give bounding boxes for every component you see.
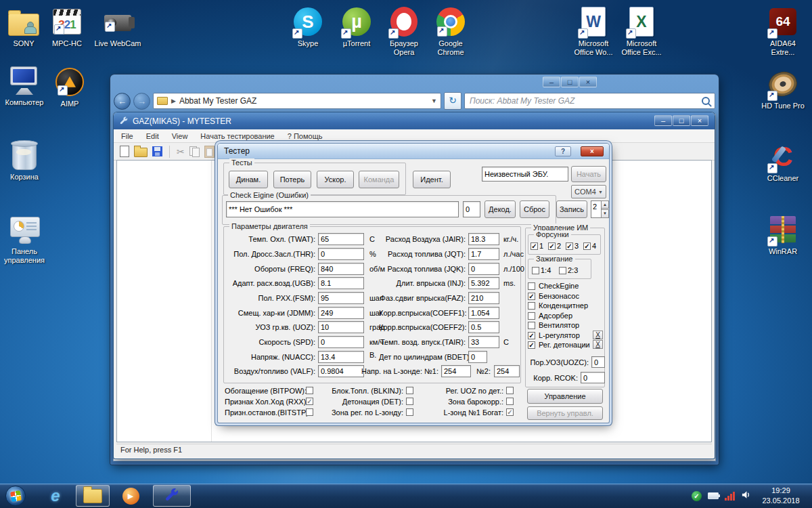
param-field[interactable]: 1.7: [468, 248, 499, 260]
taskbar-wmp-button[interactable]: ▶: [116, 485, 145, 507]
desktop-icon-word[interactable]: Microsoft Office Wo...: [570, 5, 617, 57]
param-field[interactable]: 95: [318, 292, 364, 304]
switch-checkbox[interactable]: [528, 282, 535, 290]
param-field[interactable]: 13.4: [318, 351, 364, 363]
detonation-x-button[interactable]: X: [593, 340, 603, 349]
desktop-icon-excel[interactable]: Microsoft Office Exc...: [618, 5, 665, 57]
param-field[interactable]: 8.1: [318, 277, 364, 289]
dialog-titlebar[interactable]: Тестер ? ×: [218, 144, 609, 159]
reset-button[interactable]: Сброс: [520, 200, 549, 218]
splitter[interactable]: [211, 161, 212, 442]
flag-checkbox[interactable]: [306, 398, 313, 405]
mytester-titlebar[interactable]: GAZ(MIKAS) - MYTESTER ‒ □ ×: [114, 112, 715, 129]
flag-checkbox[interactable]: [406, 387, 413, 394]
flag-checkbox[interactable]: [306, 408, 313, 416]
forward-button[interactable]: →: [133, 93, 150, 110]
copy-icon[interactable]: [189, 146, 200, 157]
taskbar-explorer-button[interactable]: [76, 485, 110, 507]
desktop-icon-hd-tune[interactable]: HD Tune Pro: [759, 68, 807, 110]
network-signal-icon[interactable]: [725, 491, 735, 501]
start-button[interactable]: [5, 486, 26, 506]
speaker-icon[interactable]: [741, 490, 751, 503]
taskbar-clock[interactable]: 19:29 23.05.2018: [754, 486, 808, 506]
komanda-button[interactable]: Команда: [359, 171, 399, 188]
menu-start-testing[interactable]: Начать тестирование: [200, 132, 274, 140]
help-button[interactable]: ?: [555, 146, 571, 156]
battery-icon[interactable]: [708, 492, 719, 499]
ident-button[interactable]: Идент.: [413, 171, 451, 188]
desktop-icon-ccleaner[interactable]: CCleaner: [759, 140, 807, 183]
flag-checkbox[interactable]: [406, 398, 413, 405]
error-message-field[interactable]: *** Нет Ошибок ***: [226, 201, 459, 217]
spinner-up-icon[interactable]: ▲: [601, 200, 609, 209]
switch-checkbox[interactable]: [528, 322, 535, 329]
desktop-icon-sony[interactable]: SONY: [0, 5, 47, 48]
desktop-icon-utorrent[interactable]: µTorrent: [333, 5, 380, 48]
injector-checkbox[interactable]: [566, 242, 573, 250]
maximize-button[interactable]: □: [673, 115, 690, 126]
desktop-icon-mpc-hc[interactable]: 321 MPC-HC: [43, 5, 91, 48]
menu-file[interactable]: File: [121, 132, 133, 140]
flag-checkbox[interactable]: [506, 398, 514, 405]
injector-checkbox[interactable]: [548, 242, 556, 250]
com-port-select[interactable]: COM4▼: [571, 185, 606, 198]
record-count-field[interactable]: 2: [591, 200, 602, 218]
l-regulator-x-button[interactable]: X: [593, 331, 603, 339]
address-bar[interactable]: ▶ Abbat My Tester GAZ ▼: [153, 93, 441, 109]
minimize-button[interactable]: ‒: [654, 115, 672, 126]
menu-edit[interactable]: Edit: [146, 132, 159, 140]
record-button[interactable]: Запись: [556, 200, 587, 218]
back-button[interactable]: ←: [114, 93, 131, 110]
antivirus-tray-icon[interactable]: ✓: [692, 491, 702, 501]
flag-checkbox[interactable]: [506, 408, 514, 416]
ecu-field[interactable]: Неизвестный ЭБУ.: [482, 167, 568, 182]
param-field[interactable]: 0.5: [468, 321, 499, 333]
return-control-button[interactable]: Вернуть управл.: [527, 406, 603, 420]
param-field[interactable]: 5.392: [468, 277, 499, 289]
address-dropdown-icon[interactable]: ▼: [431, 98, 437, 104]
rcok-field[interactable]: 0: [581, 372, 605, 383]
poter-button[interactable]: Потерь: [273, 171, 311, 188]
injector-checkbox[interactable]: [583, 242, 591, 250]
param-field[interactable]: 0: [318, 248, 364, 260]
menu-view[interactable]: View: [172, 132, 188, 140]
explorer-titlebar[interactable]: ‒ □ ×: [110, 75, 719, 91]
desktop-icon-computer[interactable]: Компьютер: [1, 64, 48, 107]
lambda1-field[interactable]: 254: [441, 365, 471, 377]
save-icon[interactable]: [152, 146, 162, 156]
menu-help[interactable]: ? Помощь: [288, 132, 323, 140]
param-field[interactable]: 210: [468, 292, 499, 304]
desktop-icon-recycle-bin[interactable]: Корзина: [1, 139, 48, 182]
paste-icon[interactable]: [204, 146, 215, 158]
switch-checkbox[interactable]: [528, 312, 535, 320]
close-button[interactable]: ×: [579, 77, 597, 87]
ignition-checkbox[interactable]: [532, 267, 539, 274]
param-field[interactable]: 33: [468, 336, 499, 348]
open-file-icon[interactable]: [134, 148, 148, 157]
refresh-button[interactable]: ↻: [444, 92, 461, 110]
param-field[interactable]: 18.3: [468, 233, 499, 245]
param-field[interactable]: 0: [468, 351, 487, 363]
desktop-icon-skype[interactable]: Skype: [284, 5, 332, 48]
taskbar-mytester-button[interactable]: [153, 485, 191, 507]
close-button[interactable]: ×: [691, 115, 708, 126]
uozc-field[interactable]: 0: [591, 356, 605, 368]
param-field[interactable]: 1.054: [468, 307, 499, 319]
param-field[interactable]: 840: [318, 263, 364, 275]
flag-checkbox[interactable]: [506, 387, 514, 394]
dynam-button[interactable]: Динам.: [229, 171, 268, 188]
close-button[interactable]: ×: [581, 146, 604, 156]
switch-checkbox[interactable]: [528, 302, 535, 310]
flag-checkbox[interactable]: [306, 387, 313, 394]
desktop-icon-aimp[interactable]: AIMP: [46, 66, 93, 108]
start-button[interactable]: Начать: [571, 166, 606, 182]
ignition-checkbox[interactable]: [559, 267, 566, 274]
switch-checkbox[interactable]: [528, 293, 535, 300]
taskbar-ie-button[interactable]: e: [42, 485, 69, 507]
desktop-icon-chrome[interactable]: Google Chrome: [427, 5, 474, 57]
desktop-icon-winrar[interactable]: WinRAR: [759, 213, 807, 256]
search-input[interactable]: Поиск: Abbat My Tester GAZ: [464, 93, 715, 109]
error-count-field[interactable]: 0: [463, 201, 480, 217]
cut-icon[interactable]: ✂: [177, 147, 185, 156]
param-field[interactable]: 10: [318, 321, 364, 333]
